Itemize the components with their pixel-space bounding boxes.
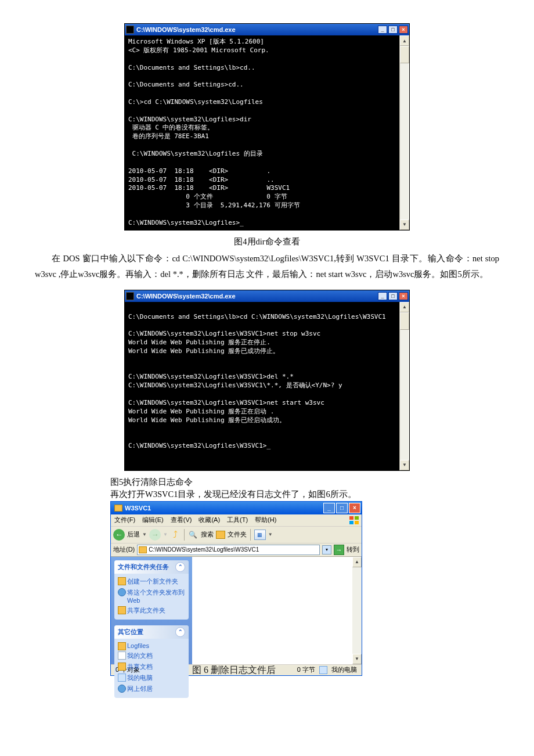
minimize-button[interactable]: _ [323,503,335,513]
places-panel-title: 其它位置 [118,628,143,636]
close-button[interactable]: × [349,503,360,513]
scroll-thumb[interactable] [400,312,409,330]
cmd1-titlebar[interactable]: C:\WINDOWS\system32\cmd.exe _ □ × [125,24,409,35]
task-publish-web[interactable]: 将这个文件夹发布到 Web [118,587,185,605]
explorer-sidebar: 文件和文件夹任务 ⌃ 创建一个新文件夹 将这个文件夹发布到 Web 共享此文件夹… [111,557,192,664]
menu-edit[interactable]: 编辑(E) [141,515,165,525]
menu-file[interactable]: 文件(F) [113,515,136,525]
forward-icon[interactable]: → [149,529,161,541]
folder-icon [118,642,126,650]
minimize-button[interactable]: _ [378,26,387,34]
go-button[interactable]: 转到 [347,545,359,554]
scroll-track[interactable] [400,46,409,219]
address-input[interactable]: C:\WINDOWS\system32\Logfiles\W3SVC1 [137,545,320,555]
places-panel-header[interactable]: 其它位置 ⌃ [114,625,189,639]
scroll-track[interactable] [352,567,362,654]
place-mycomputer[interactable]: 我的电脑 [118,672,185,683]
collapse-icon[interactable]: ⌃ [175,562,185,572]
close-button[interactable]: × [399,26,408,34]
network-icon [118,685,126,693]
views-dropdown-icon[interactable]: ▼ [268,532,273,537]
places-panel: 其它位置 ⌃ Logfiles 我的文档 共享文档 我的电脑 网上邻居 [114,625,189,698]
back-dropdown-icon[interactable]: ▼ [142,532,147,537]
place-mydocs[interactable]: 我的文档 [118,650,185,661]
figure6-caption: 图 6 删除日志文件后 [192,664,276,676]
svg-rect-2 [349,521,353,524]
explorer-window: W3SVC1 _ □ × 文件(F) 编辑(E) 查看(V) 收藏(A) 工具(… [110,501,362,676]
explorer-scrollbar[interactable]: ▲ ▼ [352,557,362,664]
go-icon[interactable]: → [334,545,344,555]
views-icon[interactable]: ▦ [254,530,266,540]
explorer-titlebar[interactable]: W3SVC1 _ □ × [111,502,362,514]
cmd-window-1: C:\WINDOWS\system32\cmd.exe _ □ × Micros… [124,23,410,231]
toolbar-divider [184,529,185,541]
up-folder-icon[interactable]: ⤴ [170,530,181,540]
figure4-caption: 图4用dir命令查看 [35,236,499,247]
cmd1-output: Microsoft Windows XP [版本 5.1.2600] <C> 版… [125,35,399,230]
paragraph-1: 在 DOS 窗口中输入以下命令：cd C:\WINDOWS\system32\L… [35,251,499,283]
explorer-toolbar: ← 后退 ▼ → ▼ ⤴ 🔍 搜索 文件夹 ▦ ▼ [111,527,362,543]
menu-help[interactable]: 帮助(H) [254,515,277,525]
address-dropdown-icon[interactable]: ▾ [322,545,331,555]
tasks-panel-header[interactable]: 文件和文件夹任务 ⌃ [114,560,189,574]
search-icon[interactable]: 🔍 [188,530,199,540]
menu-view[interactable]: 查看(V) [169,515,193,525]
task-new-folder[interactable]: 创建一个新文件夹 [118,576,185,587]
cmd1-title: C:\WINDOWS\system32\cmd.exe [136,26,377,33]
cmd2-output: C:\Documents and Settings\lb>cd C:\WINDO… [125,302,399,470]
scroll-down-icon[interactable]: ▼ [352,654,362,664]
collapse-icon[interactable]: ⌃ [175,627,185,637]
computer-icon [118,674,126,682]
cmd-icon [126,26,134,34]
menu-favorites[interactable]: 收藏(A) [197,515,221,525]
task-link-label: 共享此文件夹 [127,607,165,614]
place-label: 我的电脑 [127,674,153,681]
task-share-folder[interactable]: 共享此文件夹 [118,605,185,616]
scroll-down-icon[interactable]: ▼ [400,219,409,230]
scroll-up-icon[interactable]: ▲ [400,302,409,312]
cmd2-scrollbar[interactable]: ▲ ▼ [399,302,409,470]
minimize-button[interactable]: _ [378,292,387,300]
scroll-thumb[interactable] [400,46,409,63]
place-label: 我的文档 [127,652,153,659]
address-path: C:\WINDOWS\system32\Logfiles\W3SVC1 [149,546,259,553]
folder-icon [114,505,122,512]
folders-button[interactable]: 文件夹 [228,530,247,539]
task-link-label: 创建一个新文件夹 [127,578,178,585]
back-icon[interactable]: ← [113,529,125,541]
task-link-label: 将这个文件夹发布到 Web [127,589,185,604]
place-logfiles[interactable]: Logfiles [118,641,185,650]
scroll-track[interactable] [400,312,409,460]
svg-rect-3 [355,521,359,524]
scroll-up-icon[interactable]: ▲ [352,557,362,567]
cmd2-title: C:\WINDOWS\system32\cmd.exe [136,293,377,300]
place-shared[interactable]: 共享文档 [118,661,185,672]
cmd-icon [126,292,134,300]
place-network[interactable]: 网上邻居 [118,683,185,694]
scroll-down-icon[interactable]: ▼ [400,460,409,470]
menu-tools[interactable]: 工具(T) [226,515,249,525]
search-button[interactable]: 搜索 [201,530,214,539]
document-icon [118,651,126,660]
scroll-up-icon[interactable]: ▲ [400,35,409,46]
paragraph-2: 再次打开W3SVC1目录，发现已经没有日志文件了，如图6所示。 [110,489,499,500]
cmd2-titlebar[interactable]: C:\WINDOWS\system32\cmd.exe _ □ × [125,290,409,302]
close-button[interactable]: × [399,292,408,300]
cmd-window-2: C:\WINDOWS\system32\cmd.exe _ □ × C:\Doc… [124,290,410,471]
folders-icon[interactable] [216,531,225,539]
status-location: 我的电脑 [329,665,359,674]
address-bar: 地址(D) C:\WINDOWS\system32\Logfiles\W3SVC… [111,543,362,557]
explorer-content[interactable] [192,557,352,664]
forward-dropdown-icon[interactable]: ▼ [163,532,168,537]
place-label: 共享文档 [127,663,153,670]
status-right: 0 字节 我的电脑 [295,665,359,674]
maximize-button[interactable]: □ [336,503,348,513]
tasks-panel-title: 文件和文件夹任务 [118,563,169,571]
share-folder-icon [118,606,126,614]
maximize-button[interactable]: □ [388,26,398,34]
back-button[interactable]: 后退 [127,530,140,539]
address-label: 地址(D) [113,545,135,554]
cmd1-scrollbar[interactable]: ▲ ▼ [399,35,409,230]
new-folder-icon [118,577,126,585]
maximize-button[interactable]: □ [388,292,398,300]
